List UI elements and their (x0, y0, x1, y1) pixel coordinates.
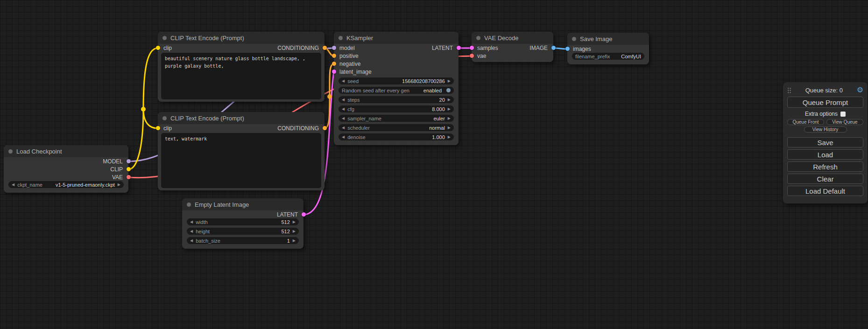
increment-arrow-icon[interactable]: ▶ (293, 230, 296, 233)
decrement-arrow-icon[interactable]: ◀ (342, 126, 345, 130)
save-button[interactable]: Save (787, 137, 863, 147)
view-history-button[interactable]: View History (804, 126, 847, 133)
node-title-bar[interactable]: Save Image (567, 33, 649, 45)
widget-height[interactable]: ◀ height 512 ▶ (187, 228, 299, 235)
collapse-dot[interactable] (476, 36, 480, 40)
collapse-dot[interactable] (162, 116, 167, 120)
collapse-dot[interactable] (339, 36, 343, 40)
input-slot-vae: vae (472, 52, 553, 60)
queue-actions-row: Queue Front View Queue (787, 119, 863, 125)
increment-arrow-icon[interactable]: ▶ (448, 98, 451, 102)
decrement-arrow-icon[interactable]: ◀ (190, 220, 193, 224)
output-socket-latent[interactable] (457, 46, 461, 50)
input-label-negative: negative (339, 61, 360, 67)
increment-arrow-icon[interactable]: ▶ (448, 79, 451, 83)
input-label-clip: clip (163, 45, 172, 51)
queue-prompt-button[interactable]: Queue Prompt (787, 97, 863, 108)
widget-value: 512 (281, 219, 289, 225)
toggle-knob-icon[interactable] (446, 88, 451, 92)
refresh-button[interactable]: Refresh (787, 161, 863, 172)
input-slot-positive: positive (334, 52, 459, 60)
increment-arrow-icon[interactable]: ▶ (448, 135, 451, 139)
decrement-arrow-icon[interactable]: ◀ (342, 79, 345, 83)
input-socket-positive[interactable] (332, 54, 336, 58)
node-title-bar[interactable]: Load Checkpoint (4, 145, 128, 157)
increment-arrow-icon[interactable]: ▶ (293, 220, 296, 224)
node-clip-text-encode-positive[interactable]: CLIP Text Encode (Prompt) clip CONDITION… (158, 32, 325, 102)
collapse-dot[interactable] (8, 149, 13, 154)
output-socket-image[interactable] (551, 46, 556, 50)
widget-denoise[interactable]: ◀ denoise 1.000 ▶ (339, 133, 454, 140)
settings-gear-icon[interactable]: ⚙ (857, 86, 863, 94)
widget-label: sampler_name (347, 116, 381, 121)
output-label-vae: VAE (112, 174, 123, 181)
view-queue-button[interactable]: View Queue (826, 119, 863, 125)
widget-filename-prefix[interactable]: filename_prefix ComfyUI (572, 53, 644, 60)
input-socket-images[interactable] (565, 47, 570, 51)
node-vae-decode[interactable]: VAE Decode samples IMAGE vae (472, 32, 553, 62)
collapse-dot[interactable] (572, 37, 576, 41)
node-title-bar[interactable]: Empty Latent Image (182, 198, 303, 210)
drag-handle-icon[interactable] (787, 87, 791, 93)
input-socket-clip[interactable] (156, 46, 160, 50)
widget-value: enabled (423, 88, 442, 93)
widget-batch-size[interactable]: ◀ batch_size 1 ▶ (187, 237, 299, 244)
widget-cfg[interactable]: ◀ cfg 8.000 ▶ (339, 105, 454, 112)
increment-arrow-icon[interactable]: ▶ (293, 239, 296, 243)
load-default-button[interactable]: Load Default (787, 186, 863, 196)
prompt-textarea[interactable]: text, watermark (161, 133, 321, 188)
widget-width[interactable]: ◀ width 512 ▶ (187, 218, 299, 225)
increment-arrow-icon[interactable]: ▶ (448, 126, 451, 130)
decrement-arrow-icon[interactable]: ◀ (342, 135, 345, 139)
decrement-arrow-icon[interactable]: ◀ (190, 230, 193, 233)
increment-arrow-icon[interactable]: ▶ (448, 117, 451, 120)
node-load-checkpoint[interactable]: Load Checkpoint MODEL CLIP VAE ◀ ckpt_na… (4, 145, 128, 193)
input-socket-latent-image[interactable] (332, 70, 336, 74)
clip-wire-junction-dot[interactable] (141, 107, 146, 112)
widget-ckpt-name[interactable]: ◀ ckpt_name v1-5-pruned-emaonly.ckpt ▶ (8, 181, 124, 188)
decrement-arrow-icon[interactable]: ◀ (342, 107, 345, 111)
load-button[interactable]: Load (787, 149, 863, 160)
collapse-dot[interactable] (162, 36, 167, 40)
decrement-arrow-icon[interactable]: ◀ (12, 183, 14, 187)
node-save-image[interactable]: Save Image images filename_prefix ComfyU… (567, 33, 649, 64)
increment-arrow-icon[interactable]: ▶ (448, 107, 451, 111)
queue-front-button[interactable]: Queue Front (787, 119, 824, 125)
widget-steps[interactable]: ◀ steps 20 ▶ (339, 96, 454, 103)
widget-seed[interactable]: ◀ seed 156680208700286 ▶ (339, 77, 454, 84)
node-title-bar[interactable]: CLIP Text Encode (Prompt) (158, 112, 325, 124)
node-title-bar[interactable]: KSampler (334, 32, 459, 44)
output-socket-conditioning[interactable] (323, 46, 327, 50)
output-socket-model[interactable] (127, 159, 131, 163)
output-socket-latent[interactable] (302, 212, 306, 217)
decrement-arrow-icon[interactable]: ◀ (342, 117, 345, 120)
input-slot-images: images (567, 45, 649, 53)
node-empty-latent-image[interactable]: Empty Latent Image LATENT ◀ width 512 ▶ … (182, 198, 303, 249)
output-socket-vae[interactable] (127, 175, 131, 179)
input-socket-negative[interactable] (332, 62, 336, 66)
conditioning-wire-junction-dot[interactable] (327, 94, 332, 99)
widget-scheduler[interactable]: ◀ scheduler normal ▶ (339, 124, 454, 131)
clear-button[interactable]: Clear (787, 174, 863, 184)
widget-value: 20 (439, 97, 445, 103)
input-socket-vae[interactable] (470, 54, 474, 58)
widget-value: ComfyUI (621, 54, 641, 59)
prompt-textarea[interactable]: beautiful scenery nature glass bottle la… (161, 53, 321, 99)
increment-arrow-icon[interactable]: ▶ (118, 183, 120, 187)
output-socket-conditioning[interactable] (323, 126, 327, 130)
input-socket-samples[interactable] (470, 46, 474, 50)
extra-options-checkbox[interactable] (840, 112, 846, 117)
output-socket-clip[interactable] (127, 167, 131, 171)
node-canvas[interactable]: Load Checkpoint MODEL CLIP VAE ◀ ckpt_na… (0, 0, 868, 329)
widget-sampler-name[interactable]: ◀ sampler_name euler ▶ (339, 115, 454, 122)
collapse-dot[interactable] (187, 203, 191, 207)
node-ksampler[interactable]: KSampler model LATENT positive negative … (334, 32, 459, 145)
decrement-arrow-icon[interactable]: ◀ (190, 239, 193, 243)
node-title-bar[interactable]: VAE Decode (472, 32, 553, 44)
node-clip-text-encode-negative[interactable]: CLIP Text Encode (Prompt) clip CONDITION… (158, 112, 325, 190)
widget-random-seed-toggle[interactable]: Random seed after every gen enabled (339, 87, 454, 94)
input-socket-clip[interactable] (156, 126, 160, 130)
input-socket-model[interactable] (332, 46, 336, 50)
node-title-bar[interactable]: CLIP Text Encode (Prompt) (158, 32, 325, 44)
decrement-arrow-icon[interactable]: ◀ (342, 98, 345, 102)
